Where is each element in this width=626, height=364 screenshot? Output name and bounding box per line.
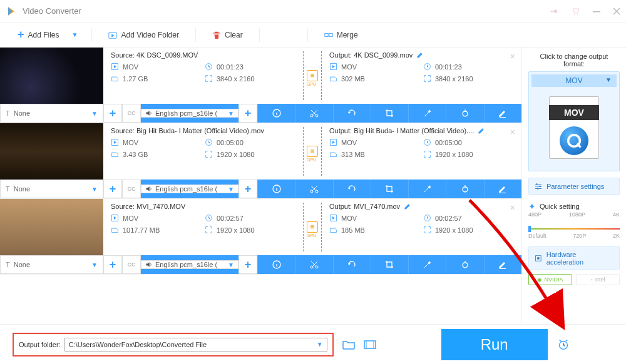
source-dims: 3840 x 2160 [217, 75, 255, 83]
schedule-button[interactable] [557, 338, 570, 351]
remove-item-button[interactable]: × [510, 51, 515, 61]
cut-button[interactable] [295, 104, 332, 123]
cc-button[interactable]: CC [122, 104, 141, 123]
source-format: MOV [123, 139, 138, 146]
add-files-dropdown-caret[interactable]: ▼ [72, 31, 78, 38]
chevron-down-icon: ▼ [91, 110, 98, 117]
rotate-button[interactable] [333, 255, 371, 274]
minimize-button[interactable] [592, 7, 601, 16]
merge-label: Merge [337, 31, 358, 39]
source-label: Source: 4K DSC_0099.MOV [111, 51, 198, 59]
video-thumbnail[interactable] [0, 123, 103, 179]
subtitle-select[interactable]: TNone▼ [0, 104, 103, 123]
watermark-button[interactable] [446, 255, 483, 274]
video-thumbnail[interactable] [0, 199, 103, 255]
output-size: 302 MB [341, 75, 365, 83]
run-button[interactable]: Run [441, 329, 548, 360]
dimensions-icon [423, 226, 431, 234]
cart-icon[interactable] [571, 6, 581, 16]
cc-button[interactable]: CC [122, 255, 141, 274]
audio-value: English pcm_s16le ( [155, 261, 217, 268]
remove-item-button[interactable]: × [510, 127, 515, 137]
rotate-button[interactable] [333, 179, 371, 198]
chevron-down-icon: ▼ [91, 186, 98, 193]
audio-value: English pcm_s16le ( [155, 185, 217, 193]
merge-icon [324, 31, 333, 39]
audio-track-select[interactable]: English pcm_s16le (▼ [141, 260, 239, 269]
crop-button[interactable] [371, 255, 408, 274]
add-audio-button[interactable]: + [239, 255, 257, 274]
format-dropdown[interactable]: MOV ▼ [531, 74, 617, 87]
title-bar: Video Converter [0, 0, 626, 23]
svg-rect-0 [593, 11, 600, 13]
add-subtitle-button[interactable]: + [103, 179, 122, 198]
cut-button[interactable] [295, 179, 332, 198]
effects-button[interactable] [408, 104, 446, 123]
add-files-label: Add Files [28, 31, 59, 39]
video-thumbnail[interactable] [0, 48, 103, 104]
output-video-folder-button[interactable] [364, 339, 376, 350]
quality-slider[interactable] [528, 223, 620, 231]
add-audio-button[interactable]: + [239, 104, 257, 123]
crop-button[interactable] [371, 104, 408, 123]
cut-button[interactable] [295, 255, 332, 274]
add-video-folder-button[interactable]: Add Video Folder [103, 28, 184, 42]
rename-output-button[interactable] [416, 51, 424, 59]
size-icon [329, 226, 337, 234]
add-subtitle-button[interactable]: + [103, 255, 122, 274]
rotate-button[interactable] [333, 104, 371, 123]
output-info: × Output: MVI_7470.mov MOV 00:02:57 185 … [322, 199, 521, 255]
item-action-bar: TNone▼ + CC English pcm_s16le (▼ + [0, 104, 521, 123]
chevron-down-icon: ▼ [317, 341, 323, 348]
audio-track-select[interactable]: English pcm_s16le (▼ [141, 109, 239, 118]
output-folder-input[interactable]: C:\Users\WonderFox\Desktop\Converted Fil… [64, 338, 327, 351]
source-info: Source: MVI_7470.MOV MOV 00:02:57 1017.7… [103, 199, 303, 255]
source-dims: 1920 x 1080 [217, 226, 255, 234]
rename-output-button[interactable] [404, 203, 411, 210]
svg-point-28 [537, 188, 539, 190]
key-icon[interactable] [550, 6, 560, 16]
watermark-button[interactable] [446, 179, 483, 198]
add-audio-button[interactable]: + [239, 179, 257, 198]
hw-label: Hardware acceleration [546, 251, 614, 266]
watermark-button[interactable] [446, 104, 483, 123]
subtitle-value: None [14, 185, 30, 193]
effects-button[interactable] [408, 179, 446, 198]
app-title: Video Converter [23, 6, 81, 16]
audio-track-select[interactable]: English pcm_s16le (▼ [141, 185, 239, 193]
edit-button[interactable] [484, 104, 521, 123]
param-label: Parameter settings [546, 183, 604, 190]
file-item: Source: 4K DSC_0099.MOV MOV 00:01:23 1.2… [0, 48, 521, 123]
subtitle-select[interactable]: TNone▼ [0, 179, 103, 198]
gpu-chip-icon: ⊞ [307, 221, 318, 233]
crop-button[interactable] [371, 179, 408, 198]
edit-button[interactable] [484, 179, 521, 198]
gpu-chip-icon: ⊞ [307, 70, 318, 81]
add-subtitle-button[interactable]: + [103, 104, 122, 123]
parameter-settings-button[interactable]: Parameter settings [528, 178, 620, 195]
close-button[interactable] [612, 7, 621, 16]
rename-output-button[interactable] [478, 127, 485, 134]
nvidia-badge: ◉NVIDIA [528, 274, 572, 285]
effects-button[interactable] [408, 255, 446, 274]
size-icon [111, 74, 119, 83]
subtitle-select[interactable]: TNone▼ [0, 255, 103, 274]
info-button[interactable] [257, 104, 295, 123]
output-label: Output: MVI_7470.mov [329, 203, 400, 210]
info-button[interactable] [257, 179, 295, 198]
quality-scale-top: 480P1080P4K [528, 211, 620, 218]
quality-scale-bottom: Default720P2K [528, 233, 620, 239]
info-button[interactable] [257, 255, 295, 274]
output-label: Output: Big Hit Buda- I Matter (Official… [329, 127, 474, 134]
cc-button[interactable]: CC [122, 179, 141, 198]
edit-button[interactable] [484, 255, 521, 274]
quick-setting-header: ✦ Quick setting [528, 201, 620, 211]
add-files-button[interactable]: + Add Files [13, 26, 64, 44]
hardware-acceleration-button[interactable]: Hardware acceleration [528, 246, 620, 270]
remove-item-button[interactable]: × [510, 203, 515, 213]
format-icon [111, 63, 119, 71]
output-format-selector[interactable]: MOV ▼ MOV [528, 71, 620, 171]
clear-button[interactable]: Clear [207, 28, 248, 42]
open-folder-button[interactable] [342, 339, 355, 350]
merge-button[interactable]: Merge [319, 28, 363, 42]
